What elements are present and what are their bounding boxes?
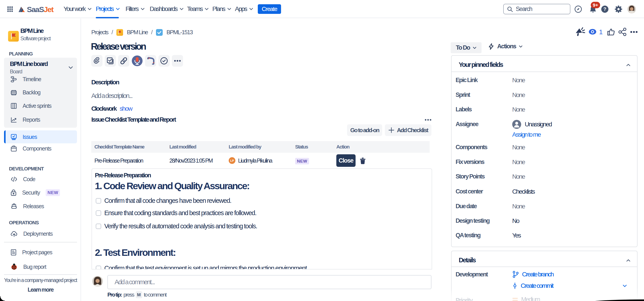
svg-text:1: 1 bbox=[599, 28, 602, 35]
